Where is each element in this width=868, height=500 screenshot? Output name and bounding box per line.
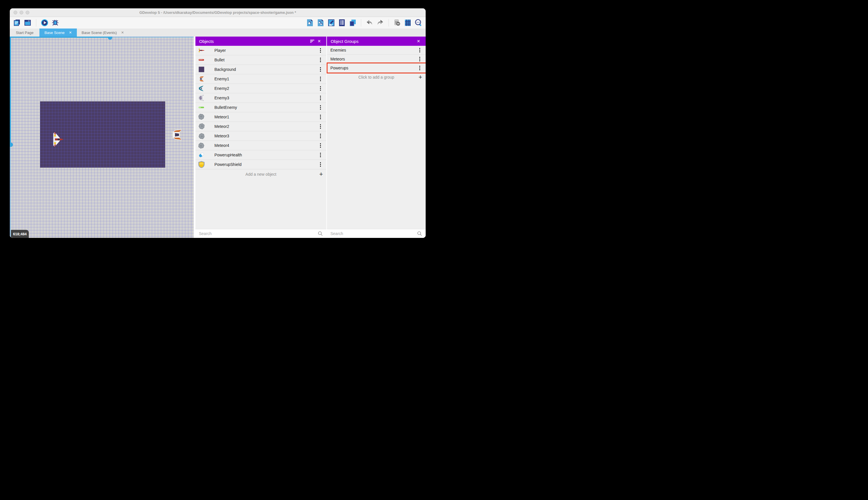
editor-content: 618;484 Objects ✕ Player Bullet — [10, 37, 426, 238]
objects-search-bar — [196, 229, 326, 238]
objects-panel: Objects ✕ Player Bullet Background — [196, 37, 326, 238]
meteor-sprite-icon — [198, 142, 205, 149]
powerup-shield-sprite-icon — [198, 161, 205, 168]
object-menu-icon[interactable] — [319, 142, 322, 149]
object-row-meteor1[interactable]: Meteor1 — [196, 112, 326, 122]
object-menu-icon[interactable] — [319, 47, 322, 54]
object-row-meteor3[interactable]: Meteor3 — [196, 131, 326, 141]
tab-start-page[interactable]: Start Page — [10, 29, 39, 37]
group-row-meteors[interactable]: Meteors — [327, 55, 426, 64]
object-menu-icon[interactable] — [319, 123, 322, 130]
enemy1-instance[interactable] — [172, 129, 183, 141]
object-menu-icon[interactable] — [319, 151, 322, 158]
close-icon[interactable]: ✕ — [121, 31, 124, 35]
object-row-enemy3[interactable]: Enemy3 — [196, 93, 326, 103]
tab-base-scene-events[interactable]: Base Scene (Events) ✕ — [77, 29, 129, 37]
gdevelop-window: GDevelop 5 - /Users/dkarakay/Documents/G… — [10, 8, 426, 238]
meteor-sprite-icon — [198, 113, 205, 121]
object-row-enemy1[interactable]: Enemy1 — [196, 74, 326, 84]
object-menu-icon[interactable] — [319, 56, 322, 64]
add-group-button[interactable]: Click to add a group + — [327, 72, 426, 82]
add-object-button[interactable]: Add a new object + — [196, 169, 326, 179]
group-menu-icon[interactable] — [418, 65, 422, 71]
horizontal-scrollbar-fill — [10, 37, 110, 38]
objects-search-input[interactable] — [199, 231, 318, 236]
object-menu-icon[interactable] — [319, 76, 322, 82]
editor-tabbar: Start Page Base Scene ✕ Base Scene (Even… — [10, 29, 426, 37]
object-menu-icon[interactable] — [319, 66, 322, 73]
object-label: Bullet — [214, 58, 319, 62]
debug-icon[interactable] — [51, 19, 59, 26]
bullet-enemy-sprite-icon — [198, 104, 205, 111]
mask-toggle-icon[interactable] — [394, 19, 401, 26]
layers-icon[interactable] — [349, 19, 356, 26]
object-label: Enemy1 — [214, 77, 319, 81]
title-bar: GDevelop 5 - /Users/dkarakay/Documents/G… — [10, 8, 426, 17]
zoom-original-icon[interactable]: 1:1 — [415, 19, 422, 26]
object-label: Meteor1 — [214, 115, 319, 119]
plus-icon: + — [419, 74, 422, 80]
redo-icon[interactable] — [376, 19, 384, 26]
enemy1-sprite-icon — [198, 76, 205, 82]
object-menu-icon[interactable] — [319, 104, 322, 111]
object-row-powerupshield[interactable]: PowerupShield — [196, 160, 326, 169]
add-group-label: Click to add a group — [358, 75, 394, 79]
object-row-enemy2[interactable]: Enemy2 — [196, 84, 326, 93]
minimize-window-button[interactable] — [20, 11, 23, 14]
panel-title: Object Groups — [331, 39, 415, 44]
preview-play-icon[interactable] — [41, 19, 48, 26]
instances-list-icon[interactable] — [338, 19, 345, 26]
plus-icon: + — [319, 171, 323, 178]
groups-search-input[interactable] — [330, 231, 417, 236]
close-icon[interactable]: ✕ — [69, 31, 72, 35]
object-menu-icon[interactable] — [319, 94, 322, 101]
app-window-icon[interactable] — [24, 19, 31, 26]
tab-base-scene[interactable]: Base Scene ✕ — [39, 29, 77, 37]
close-window-button[interactable] — [13, 11, 17, 14]
group-row-powerups[interactable]: Powerups — [327, 64, 426, 72]
meteor-sprite-icon — [198, 123, 205, 130]
object-row-meteor2[interactable]: Meteor2 — [196, 122, 326, 131]
window-title: GDevelop 5 - /Users/dkarakay/Documents/G… — [10, 8, 426, 17]
group-label: Meteors — [330, 57, 418, 61]
project-manager-icon[interactable] — [13, 19, 21, 26]
object-menu-icon[interactable] — [319, 113, 322, 121]
grid-toggle-icon[interactable] — [404, 19, 412, 26]
scene-editor-canvas[interactable]: 618;484 — [10, 37, 194, 238]
object-row-bullet[interactable]: Bullet — [196, 55, 326, 65]
maximize-window-button[interactable] — [26, 11, 30, 14]
object-row-player[interactable]: Player — [196, 46, 326, 55]
meteor-sprite-icon — [198, 133, 205, 139]
vertical-scrollbar-thumb[interactable] — [10, 143, 13, 147]
object-menu-icon[interactable] — [319, 161, 322, 168]
object-label: Meteor2 — [214, 124, 319, 129]
add-object-label: Add a new object — [246, 172, 276, 177]
object-menu-icon[interactable] — [319, 85, 322, 92]
close-icon[interactable]: ✕ — [415, 38, 422, 45]
search-icon — [318, 231, 323, 236]
toolbar-right-group: 1:1 — [306, 19, 422, 26]
objects-editor-icon[interactable] — [306, 19, 314, 26]
close-icon[interactable]: ✕ — [316, 38, 322, 45]
tab-label: Base Scene — [44, 31, 64, 35]
enemy2-sprite-icon — [198, 85, 205, 92]
filter-icon[interactable] — [309, 38, 316, 45]
object-row-background[interactable]: Background — [196, 65, 326, 74]
group-menu-icon[interactable] — [418, 56, 422, 62]
undo-icon[interactable] — [366, 19, 373, 26]
toolbar-separator — [36, 19, 36, 26]
cursor-coordinates-badge: 618;484 — [11, 230, 29, 238]
object-row-poweruphealth[interactable]: PowerupHealth — [196, 150, 326, 160]
group-row-enemies[interactable]: Enemies — [327, 46, 426, 55]
object-label: PowerupHealth — [214, 153, 319, 157]
object-menu-icon[interactable] — [319, 133, 322, 139]
horizontal-scrollbar-thumb[interactable] — [108, 37, 112, 40]
object-label: Meteor4 — [214, 143, 319, 148]
group-menu-icon[interactable] — [418, 47, 422, 54]
object-groups-editor-icon[interactable] — [317, 19, 324, 26]
player-instance[interactable] — [53, 132, 63, 147]
object-row-bulletenemy[interactable]: BulletEnemy — [196, 103, 326, 112]
object-row-meteor4[interactable]: Meteor4 — [196, 141, 326, 150]
properties-icon[interactable] — [328, 19, 335, 26]
object-groups-panel: Object Groups ✕ Enemies Meteors Powerups… — [327, 37, 426, 238]
